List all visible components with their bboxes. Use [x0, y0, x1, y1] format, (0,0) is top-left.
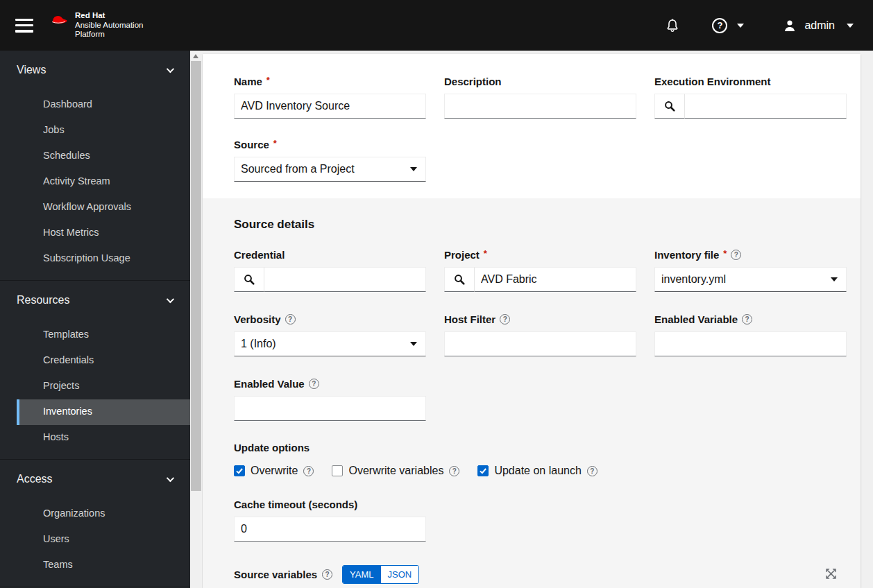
nav-toggle-button[interactable] — [15, 19, 33, 33]
sidebar-item-templates[interactable]: Templates — [17, 322, 190, 348]
user-menu-button[interactable]: admin — [783, 19, 854, 33]
verbosity-select[interactable]: 1 (Info) — [234, 331, 426, 356]
sidebar-item-hosts[interactable]: Hosts — [17, 425, 190, 451]
verbosity-help-icon[interactable] — [285, 314, 296, 325]
project-input[interactable] — [475, 267, 636, 292]
source-select-value: Sourced from a Project — [241, 163, 410, 175]
execution-environment-input[interactable] — [685, 94, 847, 119]
caret-down-icon — [410, 342, 417, 346]
description-label: Description — [444, 76, 502, 87]
search-icon — [454, 274, 465, 285]
nav-section-resources: Resources Templates Credentials Projects… — [0, 281, 190, 460]
overwrite-variables-help-icon[interactable] — [449, 466, 459, 476]
check-icon — [479, 467, 487, 475]
overwrite-variables-checkbox[interactable]: Overwrite variables — [332, 465, 459, 477]
credential-search-button[interactable] — [234, 267, 264, 292]
field-project: Project * — [444, 248, 636, 292]
source-variables-mode-toggle: YAML JSON — [342, 565, 419, 584]
credential-input[interactable] — [264, 267, 426, 292]
field-cache-timeout: Cache timeout (seconds) — [234, 498, 426, 542]
sidebar-nav: Views Dashboard Jobs Schedules Activity … — [0, 51, 190, 588]
sidebar-item-inventories[interactable]: Inventories — [17, 399, 190, 425]
required-asterisk: * — [484, 248, 487, 259]
inventory-file-select-value: inventory.yml — [661, 273, 831, 286]
execution-environment-search-button[interactable] — [654, 94, 685, 119]
main-content: Name * Description Execution Environ — [202, 51, 873, 588]
chevron-down-icon — [737, 24, 744, 28]
field-source: Source * Sourced from a Project — [234, 138, 426, 182]
expand-arrows-icon — [825, 568, 837, 580]
field-description: Description — [444, 75, 636, 119]
field-enabled-variable: Enabled Variable — [654, 313, 847, 356]
sidebar-item-schedules[interactable]: Schedules — [17, 144, 190, 169]
update-options-heading: Update options — [234, 442, 847, 453]
update-on-launch-label: Update on launch — [494, 465, 581, 477]
enabled-variable-help-icon[interactable] — [742, 314, 752, 325]
name-input[interactable] — [234, 94, 426, 119]
checkbox-box — [477, 465, 489, 476]
redhat-fedora-icon — [49, 12, 69, 28]
sidebar-item-subscription-usage[interactable]: Subscription Usage — [17, 246, 190, 272]
credential-label: Credential — [234, 249, 285, 261]
sidebar-item-credentials[interactable]: Credentials — [17, 348, 190, 374]
yaml-toggle-button[interactable]: YAML — [343, 566, 380, 583]
project-label: Project — [444, 249, 480, 261]
host-filter-input[interactable] — [444, 331, 636, 356]
field-execution-environment: Execution Environment — [654, 75, 847, 119]
checkbox-box — [234, 465, 245, 476]
required-asterisk: * — [723, 248, 727, 259]
overwrite-label: Overwrite — [251, 465, 298, 477]
enabled-value-input[interactable] — [234, 396, 426, 421]
sidebar-item-host-metrics[interactable]: Host Metrics — [17, 220, 190, 246]
sidebar-item-projects[interactable]: Projects — [17, 374, 190, 399]
cache-timeout-input[interactable] — [234, 517, 426, 542]
nav-section-views: Views Dashboard Jobs Schedules Activity … — [0, 51, 190, 281]
sidebar-scrollbar[interactable] — [190, 51, 202, 588]
nav-section-access-header[interactable]: Access — [0, 471, 190, 487]
nav-section-resources-header[interactable]: Resources — [0, 292, 190, 309]
source-select[interactable]: Sourced from a Project — [234, 157, 426, 182]
sidebar-scrollbar-thumb[interactable] — [191, 61, 201, 491]
sidebar-item-workflow-approvals[interactable]: Workflow Approvals — [17, 195, 190, 220]
sidebar-item-dashboard[interactable]: Dashboard — [17, 92, 190, 118]
expand-editor-button[interactable] — [825, 568, 837, 582]
field-enabled-value: Enabled Value — [234, 377, 426, 421]
notifications-button[interactable] — [665, 17, 680, 34]
bell-icon — [665, 17, 680, 34]
scrollbar-up-arrow-icon[interactable] — [193, 54, 198, 58]
nav-section-label: Resources — [17, 294, 69, 306]
chevron-down-icon — [167, 295, 174, 303]
brand-logo: Red Hat Ansible Automation Platform — [49, 11, 143, 40]
username-label: admin — [804, 19, 835, 32]
sidebar-item-activity-stream[interactable]: Activity Stream — [17, 169, 190, 195]
update-on-launch-checkbox[interactable]: Update on launch — [477, 465, 597, 477]
help-menu-button[interactable]: ? — [712, 18, 744, 33]
enabled-value-help-icon[interactable] — [309, 379, 319, 389]
search-icon — [664, 101, 675, 112]
sidebar-item-jobs[interactable]: Jobs — [17, 118, 190, 144]
overwrite-checkbox[interactable]: Overwrite — [234, 465, 314, 477]
nav-section-views-header[interactable]: Views — [0, 62, 190, 78]
project-search-button[interactable] — [444, 267, 475, 292]
source-label: Source — [234, 139, 269, 150]
help-icon: ? — [712, 18, 727, 33]
inventory-file-help-icon[interactable] — [731, 250, 741, 260]
enabled-variable-input[interactable] — [654, 331, 847, 356]
inventory-file-label: Inventory file — [654, 249, 719, 261]
json-toggle-button[interactable]: JSON — [381, 566, 419, 583]
caret-down-icon — [410, 167, 417, 171]
source-variables-help-icon[interactable] — [322, 569, 332, 580]
update-options-group: Update options Overwrite — [234, 442, 847, 477]
sidebar-item-organizations[interactable]: Organizations — [17, 501, 190, 527]
required-asterisk: * — [273, 138, 277, 148]
sidebar-item-users[interactable]: Users — [17, 527, 190, 553]
overwrite-help-icon[interactable] — [303, 466, 314, 476]
check-icon — [235, 467, 244, 475]
inventory-file-select[interactable]: inventory.yml — [654, 267, 847, 292]
description-input[interactable] — [444, 94, 636, 119]
host-filter-help-icon[interactable] — [500, 314, 510, 325]
checkbox-box — [332, 465, 343, 476]
masthead: Red Hat Ansible Automation Platform ? ad… — [0, 0, 873, 51]
sidebar-item-teams[interactable]: Teams — [17, 553, 190, 578]
update-on-launch-help-icon[interactable] — [587, 466, 597, 476]
